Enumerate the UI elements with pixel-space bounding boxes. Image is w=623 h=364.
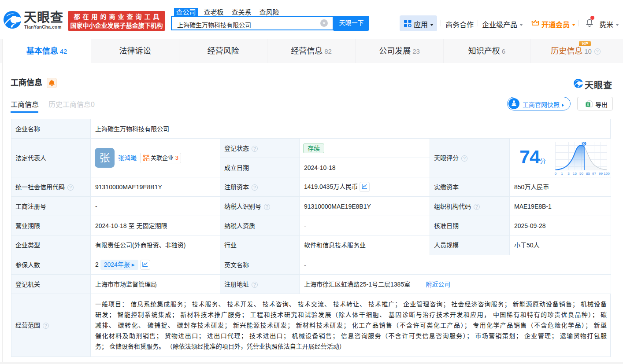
svg-text:3: 3 (567, 172, 570, 176)
svg-text:97: 97 (592, 172, 596, 176)
svg-text:0: 0 (555, 172, 557, 176)
svg-text:85: 85 (586, 172, 590, 176)
svg-text:50: 50 (579, 172, 583, 176)
svg-text:15: 15 (573, 172, 577, 176)
svg-text:1: 1 (561, 172, 563, 176)
svg-text:100: 100 (604, 172, 610, 176)
svg-text:99: 99 (599, 172, 603, 176)
